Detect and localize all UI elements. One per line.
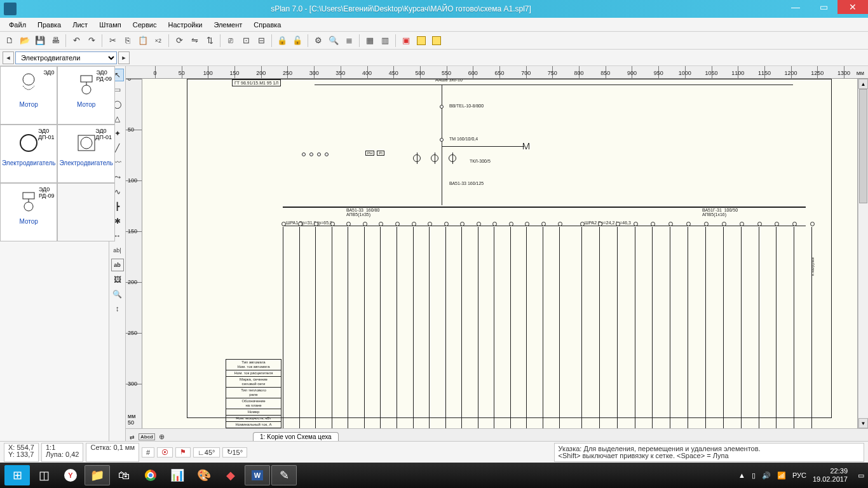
library-select[interactable]: Электродвигатели	[15, 51, 117, 64]
label-left-box: ГТ 98.91/15.М1 95 1Л	[232, 79, 281, 86]
svg-point-0	[23, 74, 34, 85]
start-button[interactable]: ⊞	[4, 465, 30, 485]
taskbar-store-icon[interactable]: 🛍	[111, 465, 137, 485]
page-settings-button[interactable]: ▦	[363, 34, 377, 48]
menu-Настройки[interactable]: Настройки	[163, 20, 207, 30]
ungroup-button[interactable]: ⊟	[254, 34, 268, 48]
menu-Лист[interactable]: Лист	[67, 20, 93, 30]
lib-prev-button[interactable]: ◄	[3, 51, 14, 64]
page-tab[interactable]: 1: Kopie von Схема цеха	[253, 432, 339, 441]
svg-point-2	[82, 85, 91, 94]
param-row: Номинальный ток, А	[226, 422, 281, 428]
windows-taskbar: ⊞ ◫ Y 📁 🛍 📊 🎨 ◆ W ✎ ▲ ▯ 🔊 📶 РУС 22:39 19…	[0, 463, 868, 488]
mirror-h-button[interactable]: ⇋	[187, 34, 201, 48]
copy-button[interactable]: ⎘	[121, 34, 135, 48]
components-button[interactable]: ⚙	[311, 34, 325, 48]
tray-battery-icon[interactable]: ▯	[752, 471, 756, 480]
menu-Элемент[interactable]: Элемент	[208, 20, 247, 30]
highlight1-button[interactable]	[414, 34, 428, 48]
colors-button[interactable]: ▥	[378, 34, 392, 48]
lock-button[interactable]: 🔒	[275, 34, 289, 48]
scroll-down-button[interactable]: ▼	[858, 418, 868, 428]
undo-button[interactable]: ↶	[69, 34, 83, 48]
library-cell[interactable]: ЭД0РД-09Мотор	[0, 183, 57, 241]
tray-notifications-icon[interactable]: ▭	[858, 471, 864, 480]
menu-Файл[interactable]: Файл	[4, 20, 31, 30]
taskbar-yandex-icon[interactable]: Y	[58, 465, 83, 485]
page-tab-row: ⇄ Abcd ⊕ 1: Kopie von Схема цеха	[126, 428, 868, 441]
label-trans: ТМ 160/10/0,4	[449, 137, 478, 141]
menu-Сервис[interactable]: Сервис	[128, 20, 162, 30]
svg-rect-1	[81, 76, 92, 82]
menu-Правка[interactable]: Правка	[32, 20, 66, 30]
redo-button[interactable]: ↷	[85, 34, 98, 48]
group-button[interactable]: ⊡	[239, 34, 253, 48]
open-file-button[interactable]: 📂	[18, 34, 32, 48]
taskbar-word-icon[interactable]: W	[245, 465, 270, 485]
angle-cell[interactable]: ∟ 45°	[193, 447, 219, 458]
vertical-scrollbar[interactable]: ▲ ▼	[858, 79, 868, 428]
measure-tool[interactable]: ↕	[111, 302, 124, 315]
window-maximize-button[interactable]: ▭	[810, 0, 837, 14]
taskbar-app3-icon[interactable]: ◆	[218, 465, 243, 485]
window-title: sPlan 7.0 - [C:\Users\Евгений\Desktop\Ку…	[20, 4, 782, 13]
mirror-v-button[interactable]: ⇅	[203, 34, 217, 48]
tray-clock[interactable]: 22:39 19.02.2017	[813, 467, 851, 484]
lib-next-button[interactable]: ►	[118, 51, 130, 64]
ruler-unit-h: мм	[857, 70, 864, 76]
tray-lang[interactable]: РУС	[792, 471, 806, 479]
window-titlebar: sPlan 7.0 - [C:\Users\Евгений\Desktop\Ку…	[0, 0, 868, 18]
window-close-button[interactable]: ✕	[837, 0, 868, 14]
search-button[interactable]: 🔍	[327, 34, 341, 48]
taskbar-chrome-icon[interactable]	[138, 465, 163, 485]
snap-toggle[interactable]: ⦿	[157, 447, 173, 458]
label-tkl: ТКЛ-300/5	[470, 159, 491, 163]
task-view-button[interactable]: ◫	[31, 465, 57, 485]
rotate-button[interactable]: ⟳	[172, 34, 186, 48]
scroll-thumb[interactable]	[859, 89, 867, 203]
flag-toggle[interactable]: ⚑	[175, 447, 191, 458]
taskbar-explorer-icon[interactable]: 📁	[85, 465, 110, 485]
zoom-tool[interactable]: 🔍	[111, 288, 124, 301]
rot-cell[interactable]: ↻ 15°	[222, 447, 248, 458]
svg-point-8	[24, 202, 33, 211]
menu-Справка[interactable]: Справка	[248, 20, 286, 30]
cut-button[interactable]: ✂	[105, 34, 119, 48]
save-file-button[interactable]: 💾	[33, 34, 47, 48]
image-tool[interactable]: 🖼	[111, 273, 124, 286]
unlock-button[interactable]: 🔓	[290, 34, 304, 48]
ruler-unit-v: мм 50	[128, 413, 142, 426]
taskbar-app1-icon[interactable]: 📊	[165, 465, 190, 485]
tray-network-icon[interactable]: 📶	[777, 471, 786, 480]
svg-point-4	[20, 135, 37, 151]
list-button[interactable]: ≣	[342, 34, 356, 48]
window-minimize-button[interactable]: —	[782, 0, 810, 14]
print-button[interactable]: 🖶	[48, 34, 62, 48]
drawing-canvas[interactable]: ААШв 3x6-10 ГТ 98.91/15.М1 95 1Л ВВ/TEL-…	[142, 79, 858, 428]
horizontal-ruler: мм 0501001502002503003504004505005506006…	[126, 66, 868, 79]
tray-expand-icon[interactable]: ▲	[738, 471, 745, 479]
tray-volume-icon[interactable]: 🔊	[762, 471, 771, 480]
duplicate-button[interactable]: ×2	[151, 34, 165, 48]
grid-toggle[interactable]: #	[142, 447, 154, 458]
highlight2-button[interactable]	[430, 34, 444, 48]
library-cell[interactable]: ЭД0РД-09Мотор	[57, 66, 114, 125]
library-cell[interactable]: ЭД0Мотор	[0, 66, 57, 125]
menu-bar: ФайлПравкаЛистШтампСервисНастройкиЭлемен…	[0, 18, 868, 32]
layer-button[interactable]: ▣	[399, 34, 413, 48]
textlabel-tool[interactable]: ab|	[111, 244, 124, 257]
vertical-ruler: мм 50 050100150200250300	[126, 79, 142, 428]
param-row: Марка, сечениесиловой сети	[226, 377, 281, 388]
hint-line2: <Shift> выключает привязку к сетке. <Spa…	[559, 452, 860, 459]
paste-button[interactable]: 📋	[136, 34, 150, 48]
taskbar-paint-icon[interactable]: 🎨	[191, 465, 217, 485]
taskbar-splan-icon[interactable]: ✎	[271, 465, 297, 485]
menu-Штамп[interactable]: Штамп	[94, 20, 126, 30]
align-button[interactable]: ⎚	[224, 34, 238, 48]
scroll-up-button[interactable]: ▲	[858, 79, 868, 89]
library-cell[interactable]: ЭД0ДП-01Электродвигатель	[57, 125, 114, 183]
label-breaker: ВВ/TEL-10-8/800	[449, 104, 484, 108]
text-tool[interactable]: ab	[111, 259, 124, 271]
new-file-button[interactable]: 🗋	[3, 34, 17, 48]
library-cell[interactable]: ЭД0ДП-01Электродвигатель	[0, 125, 57, 183]
